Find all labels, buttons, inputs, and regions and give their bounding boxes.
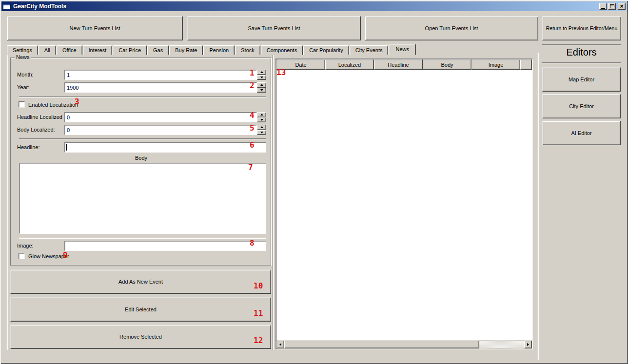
enabled-localization-checkbox[interactable] bbox=[19, 101, 25, 108]
maximize-button[interactable] bbox=[608, 3, 616, 10]
editors-heading: Editors bbox=[542, 47, 621, 58]
headline-localized-spin-down-button[interactable] bbox=[257, 117, 266, 123]
sidebar-divider-line bbox=[538, 53, 539, 360]
scrollbar-thumb[interactable] bbox=[284, 341, 479, 348]
return-previous-editor-label: Return to Previous Editor/Menu bbox=[546, 25, 618, 31]
edit-selected-button[interactable]: Edit Selected bbox=[10, 297, 271, 322]
events-list-area[interactable] bbox=[276, 70, 532, 340]
headline-localized-spin-up-button[interactable] bbox=[257, 112, 266, 117]
separator bbox=[542, 44, 621, 45]
horizontal-scrollbar[interactable] bbox=[276, 341, 532, 348]
tab-car-popularity[interactable]: Car Popularity bbox=[303, 45, 349, 55]
year-spin-up-button[interactable] bbox=[257, 82, 266, 88]
add-as-new-event-label: Add As New Event bbox=[118, 279, 163, 285]
maximize-icon bbox=[610, 4, 614, 8]
title-bar: GearCity ModTools × bbox=[1, 1, 627, 11]
tab-settings[interactable]: Settings bbox=[7, 45, 38, 55]
body-localized-spin-down-button[interactable] bbox=[257, 130, 266, 135]
remove-selected-label: Remove Selected bbox=[119, 334, 162, 340]
tab-components[interactable]: Components bbox=[261, 45, 303, 55]
column-header-filler bbox=[520, 59, 532, 70]
mid-frame-line bbox=[273, 55, 274, 350]
map-editor-button[interactable]: Map Editor bbox=[542, 67, 621, 92]
map-editor-label: Map Editor bbox=[569, 77, 594, 82]
year-spinner bbox=[257, 82, 266, 93]
glow-newspaper-checkbox[interactable] bbox=[19, 253, 25, 259]
tab-buy-rate[interactable]: Buy Rate bbox=[169, 45, 203, 55]
annotation-7: 7 bbox=[248, 164, 253, 172]
month-label: Month: bbox=[17, 72, 34, 77]
annotation-12: 12 bbox=[254, 337, 263, 345]
month-input[interactable] bbox=[64, 70, 257, 80]
tab-bar: Settings All Office Interest Car Price G… bbox=[7, 44, 416, 55]
image-label: Image: bbox=[17, 243, 34, 249]
annotation-5: 5 bbox=[250, 124, 255, 132]
open-turn-events-button[interactable]: Open Turn Events List bbox=[365, 16, 538, 40]
headline-label: Headline: bbox=[17, 144, 39, 150]
new-turn-events-button[interactable]: New Turn Events List bbox=[7, 16, 183, 40]
scroll-right-button[interactable] bbox=[524, 341, 532, 348]
column-header-localized[interactable]: Localized bbox=[325, 59, 374, 70]
add-as-new-event-button[interactable]: Add As New Event bbox=[10, 269, 271, 294]
ai-editor-button[interactable]: AI Editor bbox=[542, 121, 621, 145]
news-groupbox-legend: News bbox=[15, 54, 31, 60]
close-button[interactable]: × bbox=[618, 3, 626, 10]
enabled-localization-label: Enabled Locatization bbox=[28, 102, 78, 108]
body-localized-spin-up-button[interactable] bbox=[257, 125, 266, 130]
remove-selected-button[interactable]: Remove Selected bbox=[10, 325, 271, 349]
separator bbox=[19, 138, 266, 139]
tab-all[interactable]: All bbox=[39, 45, 56, 55]
edit-selected-label: Edit Selected bbox=[125, 307, 157, 312]
annotation-13: 13 bbox=[276, 69, 286, 77]
tab-city-events[interactable]: City Events bbox=[350, 45, 389, 55]
scroll-left-icon bbox=[279, 343, 281, 346]
column-header-image[interactable]: Image bbox=[471, 59, 520, 70]
spin-up-icon bbox=[260, 84, 263, 86]
image-input[interactable] bbox=[64, 241, 266, 251]
annotation-1: 1 bbox=[250, 69, 255, 77]
spin-up-icon bbox=[260, 71, 263, 73]
new-turn-events-label: New Turn Events List bbox=[70, 25, 120, 31]
tab-news[interactable]: News bbox=[389, 44, 416, 55]
tab-pension[interactable]: Pension bbox=[203, 45, 235, 55]
tab-gas[interactable]: Gas bbox=[147, 45, 169, 55]
spin-up-icon bbox=[260, 114, 263, 115]
city-editor-button[interactable]: City Editor bbox=[542, 94, 621, 118]
tab-car-price[interactable]: Car Price bbox=[113, 45, 147, 55]
events-table: Date Localized Headline Body Image bbox=[275, 58, 533, 349]
tab-office[interactable]: Office bbox=[57, 45, 82, 55]
spin-down-icon bbox=[260, 89, 263, 91]
body-textarea[interactable] bbox=[19, 163, 266, 234]
headline-localized-input[interactable] bbox=[64, 112, 257, 122]
tab-stock[interactable]: Stock bbox=[235, 45, 260, 55]
save-turn-events-button[interactable]: Save Turn Events List bbox=[187, 16, 361, 40]
column-header-body[interactable]: Body bbox=[423, 59, 471, 70]
headline-localized-label: Headline Localized bbox=[17, 114, 62, 120]
return-previous-editor-button[interactable]: Return to Previous Editor/Menu bbox=[542, 16, 621, 40]
annotation-2: 2 bbox=[250, 82, 255, 90]
month-spin-down-button[interactable] bbox=[257, 75, 266, 80]
city-editor-label: City Editor bbox=[569, 103, 594, 109]
body-label: Body bbox=[11, 155, 272, 161]
separator bbox=[542, 62, 621, 63]
minimize-button[interactable] bbox=[599, 3, 607, 10]
year-spin-down-button[interactable] bbox=[257, 88, 266, 93]
app-window: GearCity ModTools × New Turn Events List… bbox=[0, 0, 628, 364]
scroll-left-button[interactable] bbox=[276, 341, 284, 348]
year-label: Year: bbox=[17, 84, 29, 90]
headline-input[interactable] bbox=[64, 142, 266, 153]
close-icon: × bbox=[620, 4, 623, 9]
spin-down-icon bbox=[260, 132, 263, 134]
annotation-4: 4 bbox=[250, 112, 255, 119]
month-spin-up-button[interactable] bbox=[257, 70, 266, 75]
annotation-11: 11 bbox=[254, 309, 263, 317]
column-header-headline[interactable]: Headline bbox=[374, 59, 423, 70]
news-groupbox: News Month: Year: Enabled Locatization H… bbox=[10, 57, 271, 266]
annotation-3: 3 bbox=[75, 98, 79, 106]
spin-up-icon bbox=[260, 126, 263, 128]
year-input[interactable] bbox=[64, 82, 257, 93]
body-localized-input[interactable] bbox=[64, 125, 257, 135]
annotation-10: 10 bbox=[254, 282, 263, 290]
separator bbox=[19, 96, 266, 97]
tab-interest[interactable]: Interest bbox=[83, 45, 113, 55]
